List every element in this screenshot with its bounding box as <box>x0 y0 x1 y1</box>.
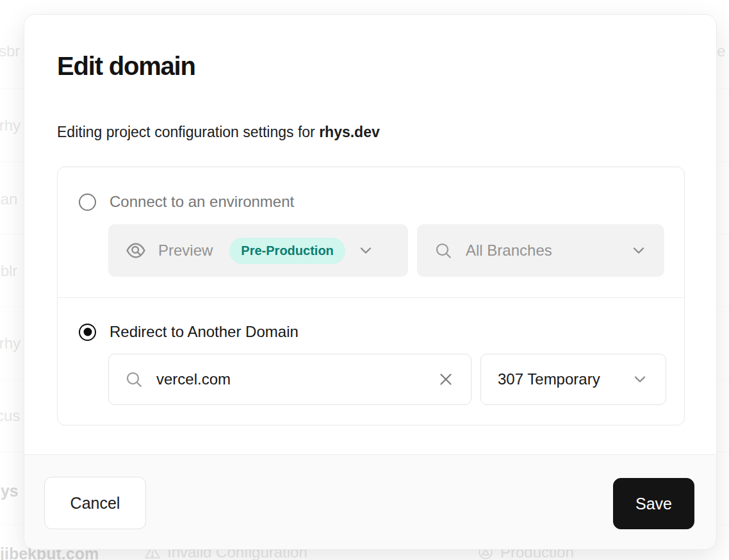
branch-select-value: All Branches <box>466 242 552 259</box>
radio-redirect-domain[interactable] <box>79 324 96 341</box>
redirect-domain-label: Redirect to Another Domain <box>110 323 299 341</box>
environment-select[interactable]: Preview Pre-Production <box>108 224 408 277</box>
modal-title: Edit domain <box>57 52 195 81</box>
option-connect-environment[interactable]: Connect to an environment <box>79 193 294 211</box>
subtitle-domain: rhys.dev <box>319 124 380 140</box>
chevron-down-icon <box>357 242 375 259</box>
cancel-button[interactable]: Cancel <box>44 477 146 529</box>
environment-select-value: Preview <box>158 242 213 259</box>
branch-select[interactable]: All Branches <box>417 224 664 277</box>
preview-eye-icon <box>125 240 147 261</box>
redirect-status-select[interactable]: 307 Temporary <box>480 354 666 405</box>
redirect-status-value: 307 Temporary <box>498 370 600 388</box>
redirect-domain-input[interactable] <box>156 370 423 388</box>
redirect-domain-input-wrap <box>108 354 471 405</box>
connect-environment-label: Connect to an environment <box>110 193 294 211</box>
modal-subtitle: Editing project configuration settings f… <box>57 124 380 141</box>
save-button[interactable]: Save <box>613 478 694 529</box>
option-redirect-domain[interactable]: Redirect to Another Domain <box>79 323 299 341</box>
modal-footer: Cancel Save <box>24 454 716 549</box>
radio-connect-environment[interactable] <box>79 194 96 211</box>
subtitle-text: Editing project configuration settings f… <box>57 124 319 140</box>
chevron-down-icon <box>631 370 649 388</box>
search-icon <box>124 370 143 389</box>
pre-production-badge: Pre-Production <box>229 238 345 264</box>
chevron-down-icon <box>630 242 648 259</box>
card-divider <box>58 297 684 298</box>
redirect-options-card: Connect to an environment Preview Pre-Pr… <box>57 167 685 425</box>
search-icon <box>434 241 453 260</box>
edit-domain-modal: Edit domain Editing project configuratio… <box>24 14 717 550</box>
clear-input-icon[interactable] <box>436 370 455 389</box>
